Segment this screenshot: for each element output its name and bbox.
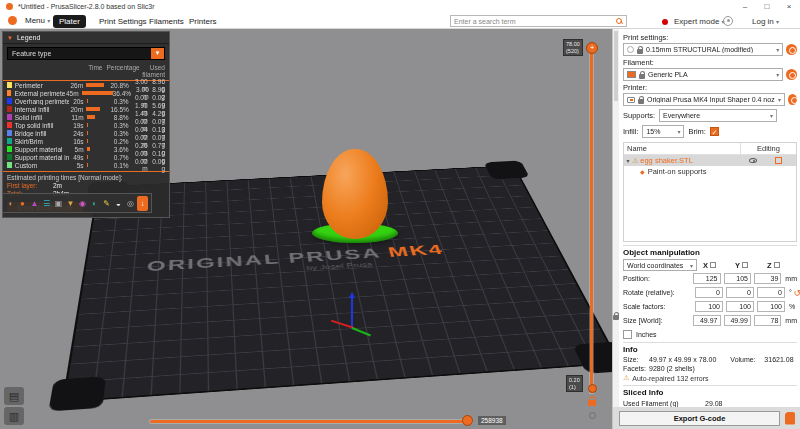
profile-icon [627,46,634,53]
feature-color-swatch [7,154,12,160]
view-switch-toolbar: ▤ ▥ [4,387,26,425]
chevron-down-icon: ▾ [770,112,773,119]
coordinates-select[interactable]: World coordinates ▾ [623,259,697,271]
maximize-button[interactable]: □ [756,0,778,13]
login-button[interactable]: Log in ▾ [752,17,779,26]
close-button[interactable]: × [778,0,800,13]
toolbar-icon-wireframe[interactable]: ◎ [125,196,136,211]
feature-color-swatch [7,138,12,144]
object-child-row[interactable]: ◆ Paint-on supports [624,166,796,177]
right-sidebar: Print settings: 0.15mm STRUCTURAL (modif… [612,29,800,429]
lock-icon[interactable] [588,400,596,406]
axis-value-input[interactable]: 0 [695,287,723,298]
user-account-icon[interactable] [723,16,733,26]
minimize-button[interactable]: – [734,0,756,13]
sidebar-scrollbar[interactable] [613,29,619,429]
axis-value-input[interactable]: 100 [726,301,754,312]
lock-icon [639,74,645,79]
axis-settings-icon[interactable] [742,262,748,268]
chevron-down-icon: ▾ [690,262,693,269]
object-name[interactable]: egg shaker.STL [640,156,749,165]
editor-view-icon[interactable]: ▤ [4,387,24,405]
chevron-down-icon: ▾ [776,71,779,78]
axis-value-input[interactable]: 0 [757,287,785,298]
infill-label: Infill: [623,127,638,136]
toolbar-icon-arrow-down[interactable]: ↓ [137,196,148,211]
expand-caret-icon[interactable]: ▾ [624,157,632,164]
print-settings-gear-icon[interactable] [786,44,797,55]
layer-slider-bottom-handle[interactable] [588,384,597,393]
sd-card-icon[interactable] [785,412,795,425]
chevron-down-icon: ▾ [677,128,680,135]
toolbar-icon-spool[interactable]: ▼ [65,196,76,211]
filament-gear-icon[interactable] [786,69,797,80]
bed-brand-text: ORIGINAL PRUSA MK4 [146,242,446,275]
view-type-select[interactable]: Feature type ▼ [7,47,165,60]
editing-icon[interactable] [775,157,782,164]
toolbar-icon-hand[interactable]: ◖ [5,196,16,211]
axis-settings-icon[interactable] [774,262,780,268]
z-axis-indicator-icon [351,297,353,329]
tab-printers[interactable]: Printers [183,15,223,28]
axis-settings-icon[interactable] [710,262,716,268]
toolbar-icon-pencil[interactable]: ✎ [101,196,112,211]
export-gcode-button[interactable]: Export G-code [619,411,780,426]
inches-checkbox[interactable] [623,330,632,339]
preview-view-icon[interactable]: ▥ [4,407,24,425]
prusaslicer-window: *Untitled - PrusaSlicer-2.8.0 based on S… [0,0,800,429]
scale-row: Scale factors: 100 100 100 % [623,300,797,313]
layer-slider-top-handle[interactable]: + [586,42,598,54]
search-icon[interactable] [616,18,623,25]
eye-visibility-icon[interactable] [749,158,757,163]
toolbar-icon-seam[interactable]: ◒ [113,196,124,211]
feature-color-swatch [7,82,12,88]
auto-repaired-text: Auto-repaired 132 errors [632,375,708,382]
percentage-bar [87,123,88,127]
axis-value-input[interactable]: 125 [693,273,720,284]
percentage-bar [86,83,104,87]
axis-value-input[interactable]: 0 [726,287,754,298]
brim-checkbox[interactable]: ✓ [710,127,719,136]
percentage-bar [87,99,88,103]
infill-select[interactable]: 15% ▾ [642,125,684,138]
uniform-scale-lock-icon[interactable] [613,315,619,320]
mode-selector[interactable]: Expert mode ▾ [674,17,725,26]
supports-select[interactable]: Everywhere ▾ [659,109,777,122]
axis-value-input[interactable]: 49.99 [724,315,751,326]
viewport-3d[interactable]: ORIGINAL PRUSA MK4 by Josef Prusa ▼ Lege… [0,29,612,429]
gcode-move-slider[interactable] [150,420,472,423]
facets-value: 9280 (2 shells) [649,365,695,372]
axis-value-input[interactable]: 100 [695,301,723,312]
print-settings-select[interactable]: 0.15mm STRUCTURAL (modified) ▾ [623,43,783,56]
layer-slider[interactable] [590,49,593,393]
axis-value-input[interactable]: 39 [754,273,781,284]
scrollbar-thumb[interactable] [614,31,618,101]
axis-value-input[interactable]: 100 [757,301,785,312]
collapse-icon[interactable]: ▼ [7,35,13,41]
filament-select[interactable]: Generic PLA ▾ [623,68,783,81]
toolbar-icon-prusa[interactable]: ● [17,196,28,211]
percentage-bar [87,115,95,119]
percentage-bar [87,163,88,167]
toolbar-icon-layers[interactable]: ☰ [41,196,52,211]
printer-gear-icon[interactable] [788,94,797,105]
gcode-move-slider-handle[interactable] [462,415,473,426]
x-axis-header: X [703,261,716,270]
toolbar-icon-pyramid[interactable]: ▲ [29,196,40,211]
toolbar-icon-hourglass[interactable]: ◐ [89,196,100,211]
search-input[interactable]: Enter a search term [450,15,627,27]
object-row-selected[interactable]: ▾ ⚠ egg shaker.STL [624,155,796,166]
tab-plater[interactable]: Plater [53,15,86,28]
size-label: Size: [623,356,649,363]
printer-select[interactable]: Original Prusa MK4 Input Shaper 0.4 nozz… [623,93,785,106]
menu-button[interactable]: Menu ▾ [25,16,50,25]
legend-header[interactable]: ▼ Legend [3,32,169,44]
toolbar-icon-box[interactable]: ▣ [53,196,64,211]
filter-icon[interactable]: ▼ [151,48,164,59]
toolbar-icon-sphere[interactable]: ◉ [77,196,88,211]
axis-value-input[interactable]: 78 [754,315,781,326]
axis-value-input[interactable]: 49.97 [693,315,720,326]
prusa-logo-icon [6,3,13,10]
one-layer-mode-icon[interactable] [589,412,596,419]
axis-value-input[interactable]: 105 [724,273,751,284]
